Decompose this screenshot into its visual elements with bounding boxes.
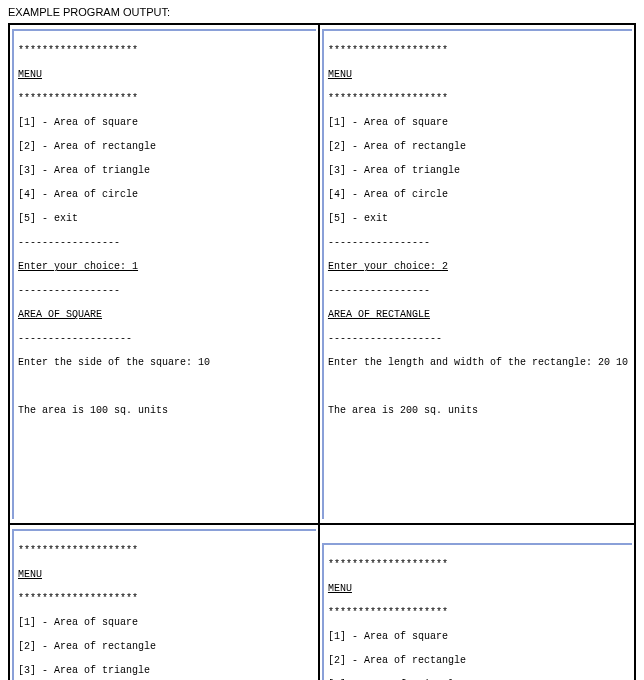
- cell-3: ******************** MENU **************…: [9, 524, 319, 680]
- blank: [328, 477, 628, 489]
- stars: ********************: [328, 607, 628, 619]
- output-grid: ******************** MENU **************…: [8, 23, 636, 680]
- console-panel-2: ******************** MENU **************…: [322, 29, 632, 519]
- menu-item: [1] - Area of square: [328, 117, 628, 129]
- menu-label: MENU: [18, 69, 312, 81]
- menu-item: [3] - Area of triangle: [18, 165, 312, 177]
- dashes: -----------------: [328, 285, 628, 297]
- blank: [328, 381, 628, 393]
- menu-item: [5] - exit: [328, 213, 628, 225]
- page-title: EXAMPLE PROGRAM OUTPUT:: [8, 6, 636, 19]
- dashes: -------------------: [328, 333, 628, 345]
- console-panel-3: ******************** MENU **************…: [12, 529, 316, 680]
- stars: ********************: [328, 45, 628, 57]
- blank: [18, 477, 312, 489]
- choice-line: Enter your choice: 2: [328, 261, 628, 273]
- menu-item: [2] - Area of rectangle: [328, 655, 628, 667]
- blank: [18, 429, 312, 441]
- menu-item: [4] - Area of circle: [328, 189, 628, 201]
- console-panel-4: ******************** MENU **************…: [322, 543, 632, 680]
- blank: [328, 429, 628, 441]
- dashes: -----------------: [18, 237, 312, 249]
- menu-label: MENU: [328, 583, 628, 595]
- menu-label: MENU: [328, 69, 628, 81]
- stars: ********************: [18, 93, 312, 105]
- menu-item: [1] - Area of square: [18, 117, 312, 129]
- cell-1: ******************** MENU **************…: [9, 24, 319, 524]
- menu-item: [2] - Area of rectangle: [328, 141, 628, 153]
- stars: ********************: [328, 93, 628, 105]
- dashes: -------------------: [18, 333, 312, 345]
- stars: ********************: [18, 593, 312, 605]
- cell-2: ******************** MENU **************…: [319, 24, 635, 524]
- section-title: AREA OF RECTANGLE: [328, 309, 628, 321]
- input-prompt: Enter the side of the square: 10: [18, 357, 312, 369]
- stars: ********************: [328, 559, 628, 571]
- result: The area is 200 sq. units: [328, 405, 628, 417]
- menu-item: [1] - Area of square: [328, 631, 628, 643]
- menu-item: [3] - Area of triangle: [328, 165, 628, 177]
- input-prompt: Enter the length and width of the rectan…: [328, 357, 628, 369]
- menu-item: [1] - Area of square: [18, 617, 312, 629]
- section-title: AREA OF SQUARE: [18, 309, 312, 321]
- dashes: -----------------: [328, 237, 628, 249]
- blank: [328, 453, 628, 465]
- blank: [18, 381, 312, 393]
- menu-item: [2] - Area of rectangle: [18, 141, 312, 153]
- menu-item: [4] - Area of circle: [18, 189, 312, 201]
- result: The area is 100 sq. units: [18, 405, 312, 417]
- blank: [18, 453, 312, 465]
- console-panel-1: ******************** MENU **************…: [12, 29, 316, 519]
- menu-item: [2] - Area of rectangle: [18, 641, 312, 653]
- stars: ********************: [18, 545, 312, 557]
- cell-4: ******************** MENU **************…: [319, 524, 635, 680]
- stars: ********************: [18, 45, 312, 57]
- menu-item: [3] - Area of triangle: [18, 665, 312, 677]
- menu-item: [5] - exit: [18, 213, 312, 225]
- dashes: -----------------: [18, 285, 312, 297]
- choice-line: Enter your choice: 1: [18, 261, 312, 273]
- menu-label: MENU: [18, 569, 312, 581]
